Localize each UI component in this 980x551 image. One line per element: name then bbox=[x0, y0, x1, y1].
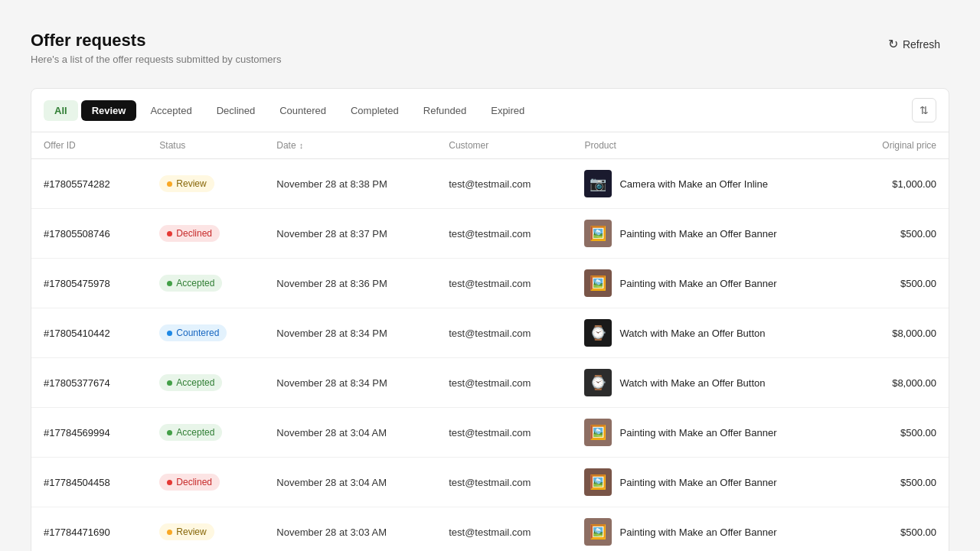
page-container: Offer requests Here's a list of the offe… bbox=[0, 0, 980, 551]
product-image: 📷 bbox=[584, 170, 612, 197]
product-name: Watch with Make an Offer Button bbox=[619, 328, 765, 339]
status-cell: Declined bbox=[147, 458, 264, 507]
date-cell: November 28 at 8:38 PM bbox=[264, 159, 436, 209]
status-cell: Accepted bbox=[147, 408, 264, 458]
status-dot bbox=[167, 480, 172, 485]
date-cell: November 28 at 8:37 PM bbox=[264, 209, 436, 259]
date-cell: November 28 at 8:34 PM bbox=[264, 308, 436, 358]
date-cell: November 28 at 3:04 AM bbox=[264, 458, 436, 507]
sort-button[interactable]: ⇅ bbox=[912, 98, 936, 122]
customer-cell: test@testmail.com bbox=[436, 209, 572, 259]
status-dot bbox=[167, 181, 172, 187]
status-badge: Review bbox=[159, 175, 214, 192]
offers-table: Offer ID Status Date ↕ Customer Product … bbox=[31, 132, 949, 551]
tab-all[interactable]: All bbox=[44, 100, 78, 121]
status-cell: Accepted bbox=[147, 358, 264, 408]
product-image: 🖼️ bbox=[584, 518, 612, 546]
col-date: Date ↕ bbox=[264, 132, 436, 159]
tab-refunded[interactable]: Refunded bbox=[413, 100, 477, 121]
col-customer: Customer bbox=[436, 132, 572, 159]
customer-cell: test@testmail.com bbox=[436, 458, 572, 507]
status-badge: Accepted bbox=[159, 424, 222, 441]
product-cell: 🖼️ Painting with Make an Offer Banner bbox=[572, 507, 848, 552]
tab-completed[interactable]: Completed bbox=[340, 100, 410, 121]
tab-accepted[interactable]: Accepted bbox=[139, 100, 202, 121]
table-row[interactable]: #17784471690 Review November 28 at 3:03 … bbox=[31, 507, 949, 552]
product-cell: 🖼️ Painting with Make an Offer Banner bbox=[572, 408, 848, 458]
status-badge: Accepted bbox=[159, 374, 222, 391]
page-header: Offer requests Here's a list of the offe… bbox=[31, 31, 949, 65]
product-cell: 🖼️ Painting with Make an Offer Banner bbox=[572, 259, 848, 308]
tab-expired[interactable]: Expired bbox=[480, 100, 535, 121]
main-card: All Review Accepted Declined Countered C… bbox=[31, 88, 949, 551]
customer-cell: test@testmail.com bbox=[436, 159, 572, 209]
product-name: Painting with Make an Offer Banner bbox=[619, 527, 776, 538]
offer-id-cell: #17805410442 bbox=[31, 308, 147, 358]
date-cell: November 28 at 3:03 AM bbox=[264, 507, 436, 552]
status-cell: Accepted bbox=[147, 259, 264, 308]
product-image: 🖼️ bbox=[584, 269, 612, 297]
product-image: ⌚ bbox=[584, 319, 612, 347]
status-cell: Declined bbox=[147, 209, 264, 259]
status-dot bbox=[167, 331, 172, 336]
offer-id-cell: #17784569994 bbox=[31, 408, 147, 458]
product-name: Painting with Make an Offer Banner bbox=[619, 278, 776, 289]
customer-cell: test@testmail.com bbox=[436, 408, 572, 458]
tabs-row: All Review Accepted Declined Countered C… bbox=[31, 89, 949, 132]
product-name: Watch with Make an Offer Button bbox=[619, 377, 765, 389]
offer-id-cell: #17784504458 bbox=[31, 458, 147, 507]
product-name: Painting with Make an Offer Banner bbox=[619, 477, 776, 488]
status-dot bbox=[167, 430, 172, 435]
table-row[interactable]: #17805475978 Accepted November 28 at 8:3… bbox=[31, 259, 949, 308]
price-cell: $500.00 bbox=[848, 408, 949, 458]
offer-id-cell: #17805574282 bbox=[31, 159, 147, 209]
product-cell: 🖼️ Painting with Make an Offer Banner bbox=[572, 209, 848, 259]
product-cell: 🖼️ Painting with Make an Offer Banner bbox=[572, 458, 848, 507]
table-row[interactable]: #17805377674 Accepted November 28 at 8:3… bbox=[31, 358, 949, 408]
price-cell: $8,000.00 bbox=[848, 308, 949, 358]
product-name: Painting with Make an Offer Banner bbox=[619, 228, 776, 240]
product-image: 🖼️ bbox=[584, 419, 612, 446]
price-cell: $500.00 bbox=[848, 507, 949, 552]
customer-cell: test@testmail.com bbox=[436, 507, 572, 552]
col-offer-id: Offer ID bbox=[31, 132, 147, 159]
price-cell: $500.00 bbox=[848, 209, 949, 259]
product-cell: ⌚ Watch with Make an Offer Button bbox=[572, 358, 848, 408]
price-cell: $500.00 bbox=[848, 458, 949, 507]
price-cell: $500.00 bbox=[848, 259, 949, 308]
product-image: 🖼️ bbox=[584, 220, 612, 247]
tab-review[interactable]: Review bbox=[81, 100, 137, 121]
sort-icon: ⇅ bbox=[920, 104, 929, 116]
status-badge: Accepted bbox=[159, 275, 222, 292]
status-cell: Review bbox=[147, 507, 264, 552]
col-product: Product bbox=[572, 132, 848, 159]
table-row[interactable]: #17805574282 Review November 28 at 8:38 … bbox=[31, 159, 949, 209]
status-cell: Countered bbox=[147, 308, 264, 358]
status-badge: Countered bbox=[159, 324, 227, 341]
status-cell: Review bbox=[147, 159, 264, 209]
product-image: ⌚ bbox=[584, 369, 612, 396]
status-badge: Declined bbox=[159, 474, 220, 491]
status-badge: Declined bbox=[159, 225, 220, 242]
product-cell: ⌚ Watch with Make an Offer Button bbox=[572, 308, 848, 358]
product-name: Camera with Make an Offer Inline bbox=[619, 178, 767, 190]
status-badge: Review bbox=[159, 523, 214, 540]
refresh-button[interactable]: ↻ Refresh bbox=[879, 31, 949, 57]
table-row[interactable]: #17805410442 Countered November 28 at 8:… bbox=[31, 308, 949, 358]
table-row[interactable]: #17784504458 Declined November 28 at 3:0… bbox=[31, 458, 949, 507]
price-cell: $8,000.00 bbox=[848, 358, 949, 408]
tab-declined[interactable]: Declined bbox=[206, 100, 266, 121]
offer-id-cell: #17805475978 bbox=[31, 259, 147, 308]
customer-cell: test@testmail.com bbox=[436, 358, 572, 408]
tabs-left: All Review Accepted Declined Countered C… bbox=[44, 100, 535, 121]
refresh-icon: ↻ bbox=[888, 37, 898, 51]
tab-countered[interactable]: Countered bbox=[269, 100, 337, 121]
table-row[interactable]: #17784569994 Accepted November 28 at 3:0… bbox=[31, 408, 949, 458]
status-dot bbox=[167, 380, 172, 386]
offer-id-cell: #17805377674 bbox=[31, 358, 147, 408]
date-cell: November 28 at 8:36 PM bbox=[264, 259, 436, 308]
date-cell: November 28 at 8:34 PM bbox=[264, 358, 436, 408]
page-subtitle: Here's a list of the offer requests subm… bbox=[31, 54, 281, 65]
table-row[interactable]: #17805508746 Declined November 28 at 8:3… bbox=[31, 209, 949, 259]
status-dot bbox=[167, 281, 172, 286]
